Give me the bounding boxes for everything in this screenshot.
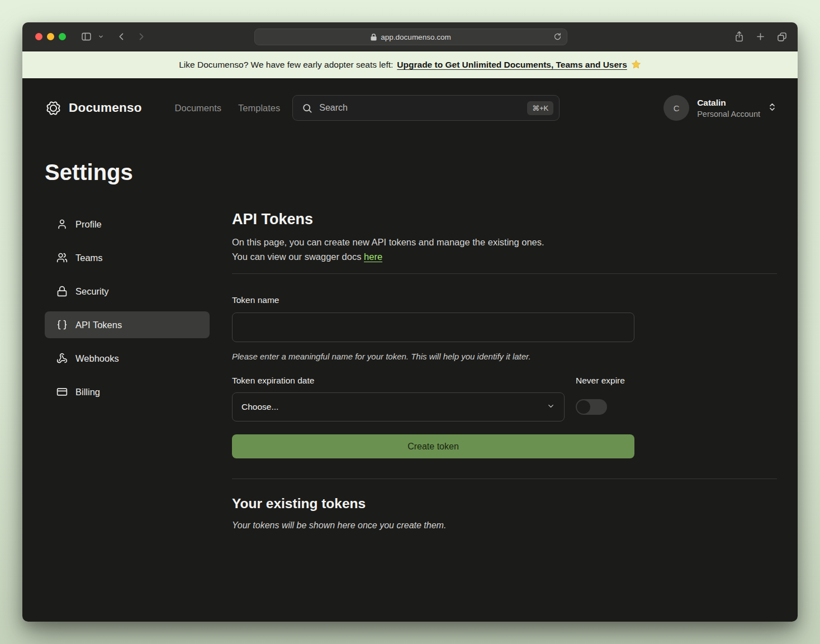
create-token-form: Token name Please enter a meaningful nam… [232,295,634,458]
credit-card-icon [56,386,68,397]
account-menu[interactable]: C Catalin Personal Account [663,95,777,121]
page-title: Settings [45,160,777,185]
token-name-label: Token name [232,295,634,305]
search-icon [302,103,312,113]
sidebar-item-label: API Tokens [75,320,122,330]
reload-icon[interactable] [553,32,562,42]
sidebar-item-api-tokens[interactable]: API Tokens [45,311,210,338]
address-bar[interactable]: app.documenso.com [254,29,567,45]
avatar: C [663,95,689,121]
documenso-logo-icon [45,100,62,117]
chevron-down-icon [547,402,555,413]
settings-sidebar: ProfileTeamsSecurityAPI TokensWebhooksBi… [45,211,210,531]
search-placeholder: Search [319,103,348,113]
star-icon [631,59,641,69]
api-tokens-panel: API Tokens On this page, you can create … [232,211,777,531]
braces-icon [56,319,68,330]
never-expire-label: Never expire [576,376,634,386]
sidebar-item-label: Security [75,286,109,297]
account-type: Personal Account [697,110,760,119]
window-controls [35,33,66,40]
upgrade-link[interactable]: Upgrade to Get Unlimited Documents, Team… [397,60,627,70]
nav-link-documents[interactable]: Documents [175,103,221,113]
sidebar-item-label: Billing [75,387,100,397]
user-name: Catalin [697,98,760,108]
create-token-button[interactable]: Create token [232,434,634,458]
lock-icon [56,286,68,297]
sidebar-item-webhooks[interactable]: Webhooks [45,345,210,372]
sidebar-item-profile[interactable]: Profile [45,211,210,238]
sidebar-item-security[interactable]: Security [45,278,210,305]
browser-toolbar: app.documenso.com [22,22,798,51]
url-text: app.documenso.com [381,33,451,41]
expiration-label: Token expiration date [232,376,565,386]
main-nav: DocumentsTemplates [175,103,281,113]
search-shortcut-badge: ⌘+K [527,101,553,115]
zoom-window-button[interactable] [59,33,66,40]
banner-text: Like Documenso? We have few early adopte… [179,60,393,70]
divider [232,273,777,274]
divider [232,479,777,479]
lock-icon [371,34,377,41]
sidebar-toggle-icon[interactable] [80,31,92,42]
nav-link-templates[interactable]: Templates [238,103,280,113]
share-icon[interactable] [734,31,745,42]
tab-overview-icon[interactable] [776,31,788,42]
section-heading: API Tokens [232,211,777,228]
sidebar-item-label: Profile [75,219,102,230]
sidebar-item-billing[interactable]: Billing [45,378,210,405]
app-content: Documenso DocumentsTemplates Search ⌘+K … [22,78,798,622]
new-tab-icon[interactable] [755,31,766,42]
expiration-select[interactable]: Choose... [232,392,565,422]
back-icon[interactable] [116,31,127,42]
existing-tokens-empty-text: Your tokens will be shown here once you … [232,520,777,531]
existing-tokens-heading: Your existing tokens [232,496,777,512]
forward-icon[interactable] [136,31,146,42]
swagger-docs-link[interactable]: here [364,252,382,262]
search-input[interactable]: Search ⌘+K [292,95,560,121]
chevrons-up-down-icon [767,102,777,114]
token-name-help: Please enter a meaningful name for your … [232,352,634,361]
minimize-window-button[interactable] [47,33,54,40]
sidebar-item-label: Webhooks [75,353,119,364]
token-name-input[interactable] [232,312,634,342]
chevron-down-icon[interactable] [98,34,104,40]
close-window-button[interactable] [35,33,42,40]
users-icon [56,252,68,263]
browser-window: app.documenso.com Like Documenso? We hav… [22,22,798,622]
never-expire-toggle[interactable] [576,399,607,415]
section-description: On this page, you can create new API tok… [232,235,777,264]
expiration-value: Choose... [241,402,278,412]
sidebar-item-teams[interactable]: Teams [45,244,210,271]
upgrade-banner: Like Documenso? We have few early adopte… [22,51,798,78]
brand[interactable]: Documenso [45,100,142,117]
webhook-icon [56,353,68,364]
app-header: Documenso DocumentsTemplates Search ⌘+K … [45,95,777,121]
sidebar-item-label: Teams [75,253,103,263]
brand-name: Documenso [69,101,142,115]
user-icon [56,219,68,230]
